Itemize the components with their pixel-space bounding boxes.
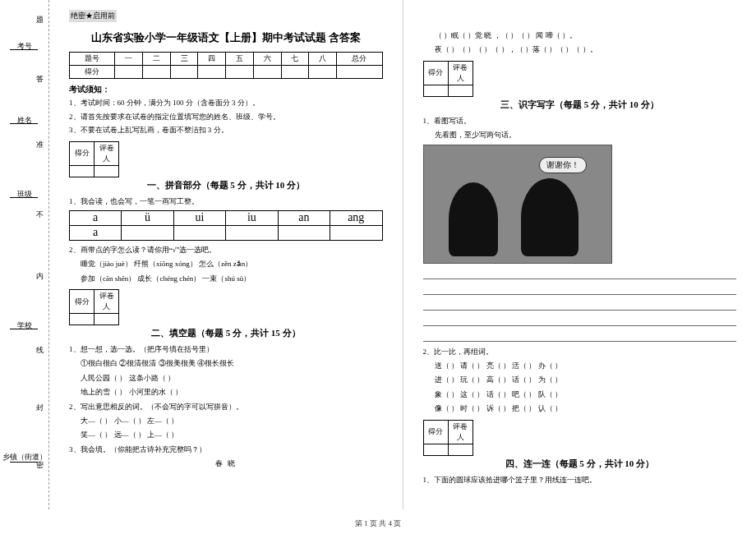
pinyin-write[interactable] [173,225,225,240]
binding-strip: 题 考号 答 姓名 准 班级 不 内 学校 线 封 乡镇（街道） 密 [0,0,49,509]
score-cell[interactable] [198,66,226,79]
score-h: 一 [115,53,143,66]
notice-line: 1、考试时间：60 分钟，满分为 100 分（含卷面分 3 分）。 [69,98,383,109]
score-cell[interactable] [115,66,143,79]
section-1-title: 一、拼音部分（每题 5 分，共计 10 分） [69,179,383,191]
pinyin-cell: ang [330,210,382,225]
score-h: 八 [309,53,337,66]
pinyin-cell: a [70,210,122,225]
score-cell[interactable] [281,66,309,79]
q3-t1: 1、看图写话。 [423,115,737,127]
score-cell[interactable] [253,66,281,79]
left-column: 绝密★启用前 山东省实验小学一年级语文【上册】期中考试试题 含答案 题号 一 二… [49,0,403,509]
score-h: 四 [198,53,226,66]
score-cell[interactable] [226,66,254,79]
illustration: 谢谢你！ [423,145,612,264]
pinyin-cell: ü [122,210,173,225]
paper-title: 山东省实验小学一年级语文【上册】期中考试试题 含答案 [69,30,383,45]
q2-pair: 笑—（ ） 远—（ ） 上—（ ） [69,429,383,440]
score-h: 总分 [337,53,383,66]
q1-item: 睡觉（jiào juè） 纤熊（xiōng xóng） 怎么（zěn zǎn） [69,258,383,269]
score-cell[interactable] [309,66,337,79]
q3-t3: 2、比一比，再组词。 [423,346,737,357]
secret-badge: 绝密★启用前 [69,10,117,22]
q2-t3: 3、我会填。（你能把古诗补充完整吗？） [69,444,383,455]
poem-title: 春 晓 [69,458,383,469]
page-footer: 第 1 页 共 4 页 [0,518,756,529]
q1-text: 1、我会读，也会写，一笔一画写工整。 [69,196,383,207]
bind-label-school: 学校 [8,320,41,331]
score-cell[interactable] [337,66,383,79]
bind-label-id: 考号 [8,41,41,52]
scorebox: 得分评卷人 [69,289,119,325]
scorebox: 得分评卷人 [423,420,473,456]
writing-line[interactable] [423,283,737,295]
q3-row: 进（ ） 玩（ ） 高（ ） 话（ ） 为（ ） [423,374,737,385]
pinyin-cell: ui [173,210,225,225]
poem-line: 夜（ ）（ ）（ ）（ ），（ ）落（ ）（ ）（ ）。 [423,44,737,55]
pinyin-write[interactable] [330,225,382,240]
q4-t1: 1、下面的圆球应该拾进哪个篮子里？用线连一连吧。 [423,474,737,486]
scorebox-label: 评卷人 [94,141,119,165]
scorebox: 得分评卷人 [69,141,119,177]
pinyin-write[interactable]: a [70,225,122,240]
q2-opts: ①很白很白 ②很清很清 ③很美很美 ④很长很长 [69,357,383,369]
pinyin-write[interactable] [226,225,278,240]
writing-line[interactable] [423,330,737,342]
pinyin-table: a ü ui iu an ang a [69,210,383,241]
speech-bubble: 谢谢你！ [539,157,587,173]
score-h: 五 [226,53,254,66]
scorebox: 得分评卷人 [423,61,473,97]
writing-line[interactable] [423,268,737,279]
notice-line: 2、请首先按要求在试卷的指定位置填写您的姓名、班级、学号。 [69,112,383,123]
section-3-title: 三、识字写字（每题 5 分，共计 10 分） [423,99,737,111]
section-4-title: 四、连一连（每题 5 分，共计 10 分） [423,458,737,470]
score-cell[interactable] [170,66,198,79]
writing-line[interactable] [423,315,737,326]
right-column: （ ）眠（ ）觉 晓 ，（ ）（ ） 闻 啼（ ）。 夜（ ）（ ）（ ）（ ）… [403,0,757,509]
section-2-title: 二、填空题（每题 5 分，共计 15 分） [69,327,383,339]
pinyin-write[interactable] [278,225,330,240]
q2-pair: 大—（ ） 小—（ ） 左—（ ） [69,415,383,426]
score-h: 题号 [70,53,115,66]
q1-item: 参加（cān shēn） 成长（chéng chén） 一束（shú sù） [69,273,383,284]
pinyin-cell: iu [226,210,278,225]
notice-head: 考试须知： [69,84,383,95]
scorebox-label: 得分 [70,141,94,165]
pinyin-cell: an [278,210,330,225]
q3-t2: 先看图，至少写两句话。 [423,129,737,140]
score-h: 六 [253,53,281,66]
q3-row: 送（ ） 请（ ） 亮（ ） 活（ ） 办（ ） [423,360,737,371]
scorebox-cell[interactable] [70,165,94,177]
q2-line: 地上的雪（ ） 小河里的水（ ） [69,386,383,398]
q2-line: 人民公园（ ） 这条小路（ ） [69,372,383,384]
q2-t1: 1、想一想，选一选。（把序号填在括号里） [69,343,383,355]
q1-text2: 2、画带点的字怎么读？请你用“√”选一选吧。 [69,244,383,255]
score-h: 七 [281,53,309,66]
q3-row: 象（ ） 这（ ） 话（ ） 吧（ ） 队（ ） [423,389,737,400]
poem-line: （ ）眠（ ）觉 晓 ，（ ）（ ） 闻 啼（ ）。 [423,30,737,41]
q3-row: 像（ ） 时（ ） 诉（ ） 把（ ） 认（ ） [423,403,737,414]
bind-label-class: 班级 [8,189,41,200]
pinyin-write[interactable] [122,225,173,240]
scorebox-cell[interactable] [94,165,119,177]
score-table: 题号 一 二 三 四 五 六 七 八 总分 得分 [69,52,383,79]
score-h: 三 [170,53,198,66]
writing-line[interactable] [423,299,737,311]
score-row-label: 得分 [70,66,115,79]
notice-line: 3、不要在试卷上乱写乱画，卷面不整洁扣 3 分。 [69,125,383,136]
score-cell[interactable] [143,66,171,79]
score-h: 二 [143,53,171,66]
bind-label-name: 姓名 [8,115,41,126]
q2-t2: 2、写出意思相反的词。（不会写的字可以写拼音）。 [69,401,383,412]
